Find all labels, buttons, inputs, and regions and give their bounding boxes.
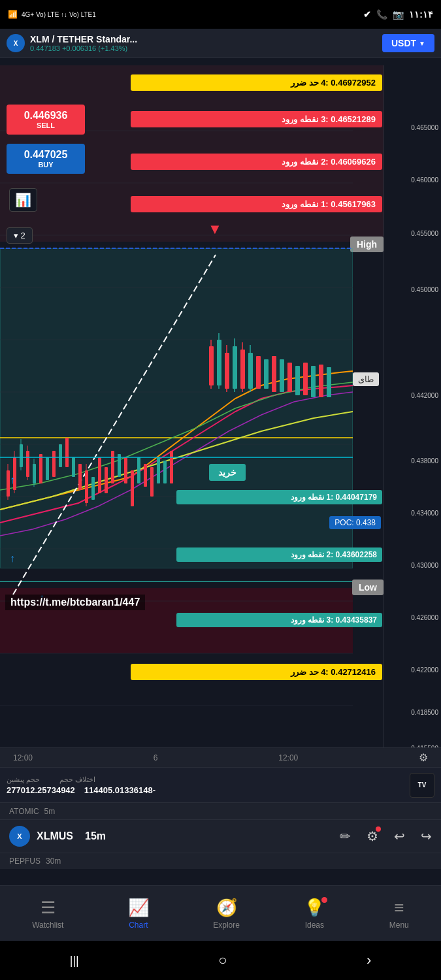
nav-ideas[interactable]: 💡 Ideas [304,898,325,930]
price-level-5: 0.442000 [411,392,438,399]
svg-rect-26 [39,454,42,483]
svg-rect-64 [287,363,292,392]
system-back-icon[interactable]: ||| [70,954,79,968]
time-label-1: 12:00 [13,753,33,762]
price-level-11: 0.418500 [411,709,438,716]
svg-text:↑: ↑ [10,553,15,564]
header-left: X XLM / TETHER Standar... 0.447183 +0.00… [7,34,137,52]
settings-icon[interactable]: ⚙ [419,751,428,764]
ideas-label: Ideas [305,921,324,930]
system-home-icon[interactable]: ○ [218,952,227,969]
svg-rect-36 [98,457,101,493]
time-axis: 12:00 6 12:00 ⚙ [0,747,441,767]
symbol-name: XLMUS [37,830,73,842]
below-symbol: PEPFUS [9,857,41,866]
svg-rect-61 [264,359,269,389]
tradingview-logo: 📊 [9,188,37,212]
network-info: 4G+ Vo) LTE ↑↓ Vo) LTE1 [22,11,96,18]
above-symbol: ATOMIC [9,807,39,816]
buy-entry-3: 0.43435837 :3 نقطه ورود [176,613,382,627]
prev-value: 277012.25734942 [7,785,75,795]
svg-rect-66 [303,363,308,395]
diff-label: اختلاف حجم [59,776,95,784]
ideas-dot [321,897,327,903]
below-time: 30m [46,857,61,866]
nav-chart[interactable]: 📈 Chart [128,898,149,930]
timeframe: 15m [85,830,106,842]
svg-rect-35 [91,477,95,500]
svg-rect-46 [163,461,167,483]
clock: ۱۱:۱۴ [409,9,433,20]
price-level-2: 0.460000 [411,176,438,184]
svg-text:↑: ↑ [10,474,15,485]
system-recent-icon[interactable]: › [367,952,371,969]
stop-loss-4-bottom: 0.42712416 :4 حد ضرر [131,664,382,680]
undo-icon[interactable]: ↩ [394,828,405,844]
sell-button[interactable]: 0.446936 SELL [7,105,85,135]
price-level-8: 0.430000 [411,562,438,569]
chart-icon: 📈 [128,898,149,918]
chart-label: Chart [129,921,148,930]
svg-rect-38 [111,451,114,483]
svg-rect-65 [295,366,300,395]
indicator-area: TV اختلاف حجم حجم پیشین -114405.01336148… [0,767,441,802]
svg-rect-27 [46,457,49,480]
svg-line-15 [13,255,216,595]
buy-entry-2: 0.43602258 :2 نقطه ورود [176,547,382,562]
svg-rect-63 [280,359,284,392]
nav-watchlist[interactable]: ☰ Watchlist [32,898,63,930]
menu-label: Menu [389,921,409,930]
svg-rect-42 [137,457,140,483]
watchlist-icon: ☰ [41,898,56,918]
svg-rect-37 [105,467,108,493]
redo-icon[interactable]: ↪ [421,828,432,844]
symbol-icon: X [9,826,30,847]
price-level-4: 0.450000 [411,286,438,293]
currency-selector[interactable]: USDT ▼ [382,34,434,52]
price-level-7: 0.434000 [411,510,438,517]
price-level-10: 0.422000 [411,666,438,674]
pencil-icon[interactable]: ✏ [340,828,351,844]
svg-rect-31 [72,457,75,477]
price-level-6: 0.438000 [411,457,438,465]
instagram-icon: 📷 [393,9,404,20]
status-left: 📶 4G+ Vo) LTE ↑↓ Vo) LTE1 [8,10,96,19]
nav-menu[interactable]: ≡ Menu [389,898,409,930]
price-change: 0.447183 +0.006316 (+1.43%) [30,44,137,52]
chart-area: 0.46972952 :4 حد ضرر 0.46521289 :3 نقطه … [0,65,441,771]
svg-rect-69 [327,367,331,397]
price-level-1: 0.465000 [411,124,438,131]
explore-label: Explore [213,921,240,930]
svg-rect-43 [144,464,147,487]
svg-rect-47 [170,451,173,483]
svg-rect-40 [124,457,127,483]
svg-rect-30 [65,438,69,467]
price-axis: 0.465000 0.460000 0.455000 0.450000 0.44… [384,65,441,758]
poc-label: POC: 0.438 [329,516,381,529]
prev-label: حجم پیشین [7,776,40,784]
kharid-label: خرید [209,464,246,481]
buy-button[interactable]: 0.447025 BUY [7,144,85,174]
phone-icon: 📞 [376,9,387,20]
above-time: 5m [44,807,56,816]
price-level-9: 0.426000 [411,614,438,621]
filter-icon[interactable]: ⚙ [367,828,378,844]
telegram-link: https://t.me/btcbaran1/447 [5,595,145,610]
pair-title: XLM / TETHER Standar... [30,34,137,44]
svg-rect-28 [52,451,56,477]
svg-rect-45 [157,457,160,483]
svg-rect-67 [311,366,316,397]
bottom-nav: ☰ Watchlist 📈 Chart 🧭 Explore 💡 Ideas ≡ … [0,885,441,941]
watchlist-label: Watchlist [32,921,63,930]
status-right: ✔ 📞 📷 ۱۱:۱۴ [363,9,433,20]
expand-button[interactable]: ▾ 2 [7,227,33,244]
svg-rect-68 [319,365,323,397]
nav-explore[interactable]: 🧭 Explore [213,898,240,930]
menu-icon: ≡ [394,898,404,918]
status-bar: 📶 4G+ Vo) LTE ↑↓ Vo) LTE1 ✔ 📞 📷 ۱۱:۱۴ [0,0,441,29]
high-badge: High [350,237,384,252]
above-symbol-row: ATOMIC 5m [0,802,441,819]
system-nav: ||| ○ › [0,941,441,980]
below-symbol-row: PEPFUS 30m [0,853,441,869]
svg-rect-29 [59,444,62,467]
